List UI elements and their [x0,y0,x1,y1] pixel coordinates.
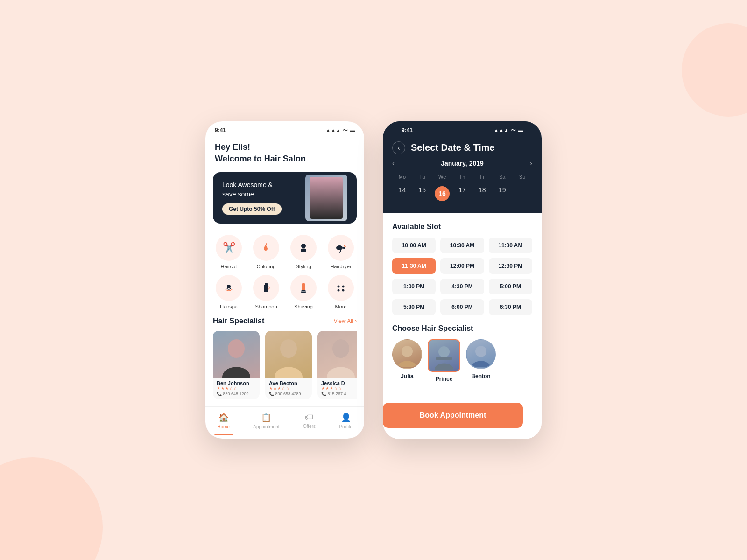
svg-point-7 [227,285,231,288]
specialist-prince-avatar [428,339,460,372]
greeting-text: Hey Elis! Welcome to Hair Salon [215,141,355,165]
signal-icon-booking: ▲▲▲ [493,127,509,133]
svg-rect-8 [264,285,268,292]
svg-point-13 [338,285,340,287]
cal-date-19[interactable]: 19 [492,183,512,204]
specialist-card-jessica[interactable]: Jessica D ★★★☆☆ 📞 815 267 4... [317,331,357,399]
hairdryer-label: Hairdryer [330,264,351,269]
svg-point-16 [342,289,345,291]
shaving-icon [290,275,317,301]
service-hairspa[interactable]: Hairspa [213,275,245,309]
calendar: ‹ January, 2019 › Mo Tu We Th Fr Sa Su 1… [392,159,532,204]
specialist-stars-ave: ★★★☆☆ [269,386,308,391]
specialist-card-ben[interactable]: Ben Johnson ★★★☆☆ 📞 880 648 1209 [213,331,260,399]
specialist-julia-card[interactable]: Julia [392,339,422,382]
status-icons-home: ▲▲▲ 〜 ▬ [325,127,355,134]
svg-point-15 [338,289,340,291]
nav-offers[interactable]: 🏷 Offers [303,413,316,429]
appointment-nav-label: Appointment [253,424,279,429]
promo-banner[interactable]: Look Awesome & save some Get Upto 50% Of… [213,172,357,224]
cal-date-15[interactable]: 15 [412,183,432,204]
person-silhouette [310,177,343,219]
slot-1100am[interactable]: 11:00 AM [489,238,532,253]
signal-icon: ▲▲▲ [325,127,341,133]
cal-next[interactable]: › [530,159,532,168]
slot-530pm[interactable]: 5:30 PM [392,299,436,315]
slot-430pm[interactable]: 4:30 PM [440,279,484,294]
slot-600pm[interactable]: 6:00 PM [440,299,484,315]
service-shaving[interactable]: Shaving [288,275,319,309]
available-slot-section: Available Slot 10:00 AM 10:30 AM 11:00 A… [392,223,532,315]
slot-1030am[interactable]: 10:30 AM [440,238,484,253]
banner-button[interactable]: Get Upto 50% Off [222,203,282,215]
phones-container: 9:41 ▲▲▲ 〜 ▬ Hey Elis! Welcome to Hair S… [205,121,542,439]
cal-date-16-active[interactable]: 16 [435,186,450,201]
svg-point-17 [228,339,245,358]
specialist-julia-avatar [392,339,422,369]
service-styling[interactable]: Styling [288,235,319,269]
view-all-link[interactable]: View All › [334,318,357,324]
nav-appointment[interactable]: 📋 Appointment [253,413,279,429]
nav-home[interactable]: 🏠 Home [217,413,230,429]
time-home: 9:41 [215,127,226,133]
slot-1000am[interactable]: 10:00 AM [392,238,436,253]
service-haircut[interactable]: ✂️ Haircut [213,235,245,269]
specialist-prince-name: Prince [436,376,453,382]
svg-rect-22 [436,357,452,360]
svg-line-4 [340,250,341,252]
slot-630pm[interactable]: 6:30 PM [489,299,532,315]
hairspa-icon [216,275,242,301]
specialist-prince-card[interactable]: Prince [428,339,460,382]
offers-nav-label: Offers [303,424,316,429]
specialist-benton-avatar [466,339,496,369]
styling-label: Styling [296,264,311,269]
service-coloring[interactable]: Coloring [250,235,282,269]
day-sa: Sa [492,174,512,180]
day-su: Su [512,174,532,180]
phone-home: 9:41 ▲▲▲ 〜 ▬ Hey Elis! Welcome to Hair S… [205,121,364,439]
wifi-icon-booking: 〜 [511,127,516,134]
svg-point-1 [301,244,306,248]
styling-icon [290,235,317,261]
slot-1130am[interactable]: 11:30 AM [392,258,436,274]
cal-date-17[interactable]: 17 [452,183,472,204]
svg-point-5 [344,245,345,246]
specialist-phone-ben: 📞 880 648 1209 [217,392,256,396]
shampoo-icon [253,275,279,301]
service-hairdryer[interactable]: Hairdryer [325,235,357,269]
day-tu: Tu [412,174,432,180]
svg-rect-3 [343,247,345,249]
book-btn-wrapper: Book Appointment [383,403,542,439]
svg-point-19 [332,339,349,358]
svg-point-14 [342,285,345,287]
back-button[interactable]: ‹ [392,141,405,154]
slot-100pm[interactable]: 1:00 PM [392,279,436,294]
nav-profile[interactable]: 👤 Profile [339,413,352,429]
back-header: ‹ Select Date & Time [392,137,532,159]
specialist-name-ben: Ben Johnson [217,380,256,386]
cal-date-14[interactable]: 14 [392,183,412,204]
wifi-icon: 〜 [343,127,348,134]
specialist-photo-jessica [317,331,357,378]
status-bar-home: 9:41 ▲▲▲ 〜 ▬ [205,121,364,137]
specialist-julia-name: Julia [401,373,413,379]
specialist-phone-jessica: 📞 815 267 4... [321,392,357,396]
specialist-card-ave[interactable]: Ave Beoton ★★★☆☆ 📞 800 658 4289 [265,331,312,399]
cal-date-18[interactable]: 18 [472,183,492,204]
slot-1200pm[interactable]: 12:00 PM [440,258,484,274]
calendar-days-header: Mo Tu We Th Fr Sa Su [392,174,532,180]
specialist-photo-ave [265,331,312,378]
banner-text: Look Awesome & save some [222,181,282,199]
svg-point-20 [402,346,413,357]
specialist-benton-card[interactable]: Benton [466,339,496,382]
slot-1230pm[interactable]: 12:30 PM [489,258,532,274]
service-more[interactable]: More [325,275,357,309]
cal-date-16[interactable]: 16 [432,183,452,204]
more-icon [328,275,354,301]
specialist-benton-name: Benton [471,373,490,379]
service-shampoo[interactable]: Shampoo [250,275,282,309]
cal-prev[interactable]: ‹ [392,159,395,168]
book-appointment-button[interactable]: Book Appointment [383,403,523,428]
slot-500pm[interactable]: 5:00 PM [489,279,532,294]
svg-rect-9 [265,283,268,285]
